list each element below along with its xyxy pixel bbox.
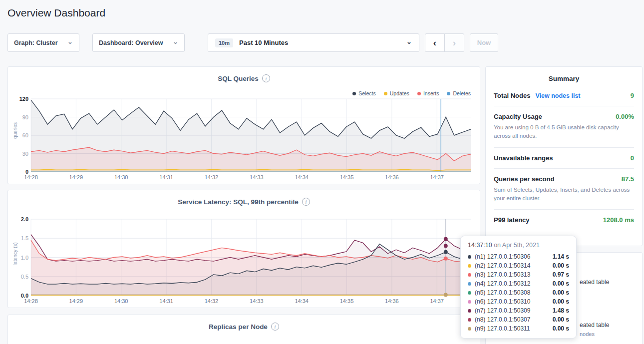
summary-row: Queries per second87.5Sum of Selects, Up…	[494, 168, 634, 210]
chevron-right-icon: ›	[453, 37, 456, 48]
summary-panel: Summary Total NodesView nodes list9Capac…	[485, 66, 643, 246]
page-title: Overview Dashboard	[7, 7, 105, 19]
tooltip-node-row: (n6) 127.0.0.1:503100.00 s	[468, 297, 569, 306]
summary-label: P99 latency	[494, 216, 530, 224]
svg-text:14:33: 14:33	[250, 174, 264, 180]
graph-dropdown[interactable]: Graph: Cluster ⌄	[7, 33, 79, 52]
chevron-down-icon: ⌄	[67, 39, 73, 44]
node-label: (n9) 127.0.0.1:50311	[475, 325, 530, 332]
legend-dot	[447, 92, 450, 95]
node-latency-value: 0.00 s	[553, 289, 569, 296]
info-icon[interactable]: i	[302, 198, 310, 206]
node-latency-value: 1.14 s	[553, 253, 569, 260]
node-latency-value: 0.00 s	[553, 280, 569, 287]
summary-title: Summary	[494, 75, 634, 82]
event-text-fragment: eated table	[580, 322, 609, 329]
summary-description: You are using 0 B of 4.5 GiB usable disk…	[494, 123, 634, 141]
node-label: (n4) 127.0.0.1:50312	[475, 280, 530, 287]
node-color-dot	[468, 264, 471, 268]
chevron-down-icon: ⌄	[173, 39, 178, 44]
summary-value: 9	[631, 92, 634, 99]
svg-text:14:29: 14:29	[69, 298, 83, 304]
chevron-down-icon: ⌄	[406, 38, 412, 45]
sql-queries-plot[interactable]: 14:2814:2914:3014:3114:3214:3314:3414:35…	[12, 96, 474, 181]
node-label: (n5) 127.0.0.1:50308	[475, 289, 530, 296]
svg-text:14:36: 14:36	[385, 298, 399, 304]
graph-dropdown-label: Graph: Cluster	[14, 39, 58, 46]
summary-row: Capacity Usage0.00%You are using 0 B of …	[494, 106, 634, 147]
view-nodes-list-link[interactable]: View nodes list	[535, 92, 580, 99]
svg-text:0.5: 0.5	[21, 274, 28, 280]
svg-text:120: 120	[19, 96, 28, 102]
svg-text:14:35: 14:35	[340, 298, 354, 304]
service-latency-plot[interactable]: 14:2814:2914:3014:3114:3214:3314:3414:35…	[12, 216, 474, 305]
svg-text:14:35: 14:35	[340, 174, 354, 180]
node-latency-value: 0.00 s	[553, 262, 569, 269]
sql-queries-chart-card: SQL Queries i SelectsUpdatesInsertsDelet…	[7, 66, 480, 184]
time-next-button[interactable]: ›	[444, 33, 464, 52]
time-range-picker[interactable]: 10m Past 10 Minutes ⌄	[208, 33, 419, 52]
dashboard-dropdown[interactable]: Dashboard: Overview ⌄	[92, 33, 185, 52]
svg-text:60: 60	[22, 132, 28, 138]
svg-text:14:31: 14:31	[159, 298, 173, 304]
tooltip-node-row: (n7) 127.0.0.1:503091.48 s	[468, 306, 569, 315]
tooltip-node-row: (n3) 127.0.0.1:503130.97 s	[468, 270, 569, 279]
summary-row: Unavailable ranges0	[494, 147, 634, 168]
node-label: (n1) 127.0.0.1:50306	[475, 253, 530, 260]
node-color-dot	[468, 282, 471, 286]
summary-row: P99 latency1208.0 ms	[494, 209, 634, 230]
svg-text:14:30: 14:30	[114, 174, 128, 180]
now-button[interactable]: Now	[470, 33, 498, 52]
toolbar: Graph: Cluster ⌄ Dashboard: Overview ⌄ 1…	[7, 33, 637, 52]
summary-value: 0.00%	[616, 113, 634, 120]
info-icon[interactable]: i	[262, 74, 270, 82]
summary-value: 0	[631, 154, 634, 162]
node-label: (n2) 127.0.0.1:50314	[475, 262, 530, 269]
tooltip-node-row: (n2) 127.0.0.1:503140.00 s	[468, 261, 569, 270]
svg-text:1.0: 1.0	[21, 255, 28, 261]
node-color-dot	[468, 309, 471, 313]
node-label: (n8) 127.0.0.1:50307	[475, 316, 530, 323]
tooltip-time: 14:37:10	[468, 242, 492, 249]
node-color-dot	[468, 300, 471, 304]
chart-title: Replicas per Node	[209, 323, 268, 331]
summary-label: Queries per second	[494, 175, 554, 183]
summary-rows: Total NodesView nodes list9Capacity Usag…	[494, 85, 634, 230]
node-color-dot	[468, 273, 471, 277]
time-prev-button[interactable]: ‹	[425, 33, 445, 52]
svg-text:14:37: 14:37	[430, 174, 444, 180]
node-label: (n3) 127.0.0.1:50313	[475, 271, 530, 278]
summary-row: Total NodesView nodes list9	[494, 85, 634, 106]
legend-dot	[352, 92, 356, 95]
tooltip-node-row: (n8) 127.0.0.1:503070.00 s	[468, 315, 569, 324]
svg-text:90: 90	[22, 114, 28, 120]
chart-title: SQL Queries	[218, 75, 259, 82]
svg-text:14:28: 14:28	[24, 298, 38, 304]
node-color-dot	[468, 318, 471, 322]
time-range-label: Past 10 Minutes	[239, 39, 288, 46]
svg-text:14:34: 14:34	[295, 174, 309, 180]
tooltip-node-row: (n1) 127.0.0.1:503061.14 s	[468, 252, 569, 261]
svg-text:14:30: 14:30	[114, 298, 128, 304]
time-range-badge: 10m	[215, 38, 233, 47]
event-text-fragment: nodes	[580, 331, 595, 337]
node-latency-value: 1.48 s	[553, 307, 569, 314]
svg-text:2.0: 2.0	[21, 216, 28, 222]
info-icon[interactable]: i	[271, 323, 279, 331]
node-color-dot	[468, 255, 471, 259]
svg-text:14:33: 14:33	[250, 298, 264, 304]
svg-text:14:32: 14:32	[205, 298, 219, 304]
legend-dot	[384, 92, 387, 95]
svg-text:14:29: 14:29	[69, 174, 83, 180]
node-latency-value: 0.00 s	[553, 316, 569, 323]
node-label: (n6) 127.0.0.1:50310	[475, 298, 530, 305]
now-button-label: Now	[477, 39, 491, 46]
summary-value: 1208.0 ms	[603, 216, 634, 224]
chart-tooltip: 14:37:10 on Apr 5th, 2021 (n1) 127.0.0.1…	[460, 236, 577, 339]
svg-text:14:28: 14:28	[24, 174, 38, 180]
node-latency-value: 0.00 s	[553, 325, 569, 332]
tooltip-rows: (n1) 127.0.0.1:503061.14 s(n2) 127.0.0.1…	[468, 252, 569, 333]
tooltip-title: 14:37:10 on Apr 5th, 2021	[468, 242, 569, 249]
svg-text:14:31: 14:31	[159, 174, 173, 180]
node-latency-value: 0.97 s	[553, 271, 569, 278]
